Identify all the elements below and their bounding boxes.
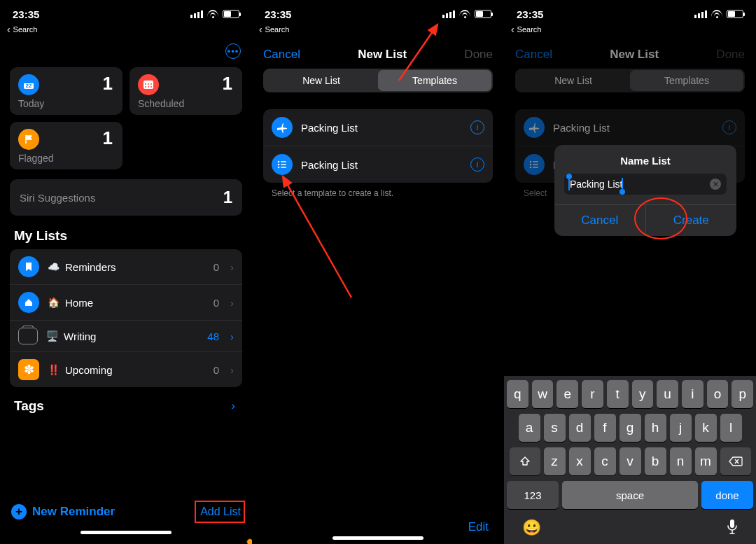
list-count: 0 [214, 261, 219, 273]
svg-point-9 [150, 86, 152, 88]
modal-nav: Cancel New List Done [252, 35, 504, 69]
key-e[interactable]: e [556, 380, 578, 408]
template-row[interactable]: Packing List i [263, 146, 493, 183]
list-name: Reminders [65, 261, 205, 273]
key-l[interactable]: l [720, 414, 742, 442]
key-t[interactable]: t [607, 380, 629, 408]
tags-heading: Tags [14, 398, 44, 414]
svg-point-18 [530, 161, 532, 163]
status-time: 23:35 [517, 8, 543, 20]
key-done[interactable]: done [701, 481, 753, 509]
segment-templates[interactable]: Templates [378, 70, 491, 91]
keyboard[interactable]: q w e r t y u i o p a s d f g h j k l z … [504, 376, 756, 544]
svg-point-10 [278, 161, 280, 163]
status-icons [190, 10, 239, 18]
calendar-icon: 22 [18, 74, 39, 95]
svg-rect-15 [281, 167, 286, 168]
key-p[interactable]: p [732, 380, 753, 408]
popup-cancel-button[interactable]: Cancel [554, 205, 646, 236]
sparkle-icon: ✽ [18, 359, 39, 380]
key-q[interactable]: q [507, 380, 528, 408]
key-r[interactable]: r [582, 380, 603, 408]
key-space[interactable]: space [562, 481, 698, 509]
key-a[interactable]: a [519, 414, 540, 442]
home-indicator[interactable] [80, 531, 172, 534]
list-emoji: 🖥️ [46, 330, 58, 342]
cancel-button[interactable]: Cancel [263, 48, 300, 62]
key-123[interactable]: 123 [507, 481, 559, 509]
add-list-button[interactable]: Add List [200, 505, 241, 518]
key-w[interactable]: w [532, 380, 554, 408]
keyboard-row-2: a s d f g h j k l [507, 414, 753, 442]
segmented-control[interactable]: New List Templates [263, 69, 493, 92]
cancel-button[interactable]: Cancel [515, 48, 552, 62]
chevron-right-icon: › [230, 330, 234, 342]
key-b[interactable]: b [645, 447, 666, 475]
emoji-key-icon[interactable]: 😀 [522, 519, 541, 538]
popup-title: Name List [554, 145, 736, 174]
list-name-field[interactable]: ✕ [564, 174, 727, 195]
template-row[interactable]: Packing List i [263, 109, 493, 146]
svg-rect-19 [533, 161, 538, 162]
card-today[interactable]: 22 1 Today [10, 67, 122, 115]
key-u[interactable]: u [657, 380, 678, 408]
tags-row[interactable]: Tags › [10, 387, 242, 414]
key-g[interactable]: g [620, 414, 641, 442]
key-d[interactable]: d [569, 414, 591, 442]
key-i[interactable]: i [682, 380, 704, 408]
key-n[interactable]: n [670, 447, 692, 475]
key-m[interactable]: m [695, 447, 717, 475]
flag-icon [18, 129, 39, 150]
card-flagged[interactable]: 1 Flagged [10, 122, 122, 169]
home-indicator[interactable] [332, 536, 424, 540]
key-x[interactable]: x [569, 447, 591, 475]
back-to-search[interactable]: Search [0, 22, 252, 35]
battery-icon [223, 10, 239, 18]
key-c[interactable]: c [594, 447, 616, 475]
list-count: 0 [214, 364, 219, 376]
screen-name-list-popup: 23:35 Search Cancel New List Done New Li… [504, 0, 756, 544]
key-z[interactable]: z [544, 447, 566, 475]
info-icon[interactable]: i [470, 120, 484, 134]
list-row-upcoming[interactable]: ✽ ‼️ Upcoming 0 › [10, 352, 242, 387]
key-f[interactable]: f [594, 414, 616, 442]
keyboard-row-3: z x c v b n m [507, 447, 753, 475]
status-time: 23:35 [265, 8, 291, 20]
modal-nav: Cancel New List Done [504, 35, 756, 69]
card-scheduled[interactable]: 1 Scheduled [130, 67, 242, 115]
keyboard-row-4: 123 space done [507, 481, 753, 509]
more-button[interactable]: ••• [225, 43, 241, 59]
key-j[interactable]: j [670, 414, 692, 442]
siri-suggestions-row[interactable]: Siri Suggestions 1 [10, 179, 242, 216]
key-shift[interactable] [510, 447, 540, 475]
segment-templates: Templates [630, 70, 743, 91]
segment-new-list[interactable]: New List [265, 70, 378, 91]
list-bullets-icon [524, 154, 545, 175]
cellular-icon [190, 11, 203, 18]
svg-point-7 [145, 86, 146, 88]
key-o[interactable]: o [707, 380, 729, 408]
key-backspace[interactable] [720, 447, 751, 475]
key-y[interactable]: y [632, 380, 654, 408]
key-s[interactable]: s [544, 414, 566, 442]
key-h[interactable]: h [645, 414, 666, 442]
list-row-reminders[interactable]: ☁️ Reminders 0 › [10, 249, 242, 285]
siri-label: Siri Suggestions [20, 192, 95, 204]
list-name-input[interactable] [570, 179, 710, 190]
modal-title: New List [610, 48, 659, 62]
dictation-icon[interactable] [727, 519, 738, 538]
my-lists: ☁️ Reminders 0 › 🏠 Home 0 › 🖥️ Writing 4… [10, 249, 242, 387]
template-hint: Select a template to create a list. [252, 183, 504, 204]
key-v[interactable]: v [620, 447, 641, 475]
list-row-writing[interactable]: 🖥️ Writing 48 › [10, 321, 242, 352]
svg-point-22 [530, 167, 532, 169]
list-row-home[interactable]: 🏠 Home 0 › [10, 285, 242, 321]
info-icon[interactable]: i [470, 158, 484, 172]
popup-create-button[interactable]: Create [646, 205, 737, 236]
back-to-search[interactable]: Search [252, 22, 504, 35]
new-reminder-button[interactable]: + New Reminder [11, 504, 115, 519]
edit-button[interactable]: Edit [468, 520, 489, 534]
key-k[interactable]: k [695, 414, 717, 442]
clear-text-icon[interactable]: ✕ [710, 179, 721, 190]
back-to-search[interactable]: Search [504, 22, 756, 35]
